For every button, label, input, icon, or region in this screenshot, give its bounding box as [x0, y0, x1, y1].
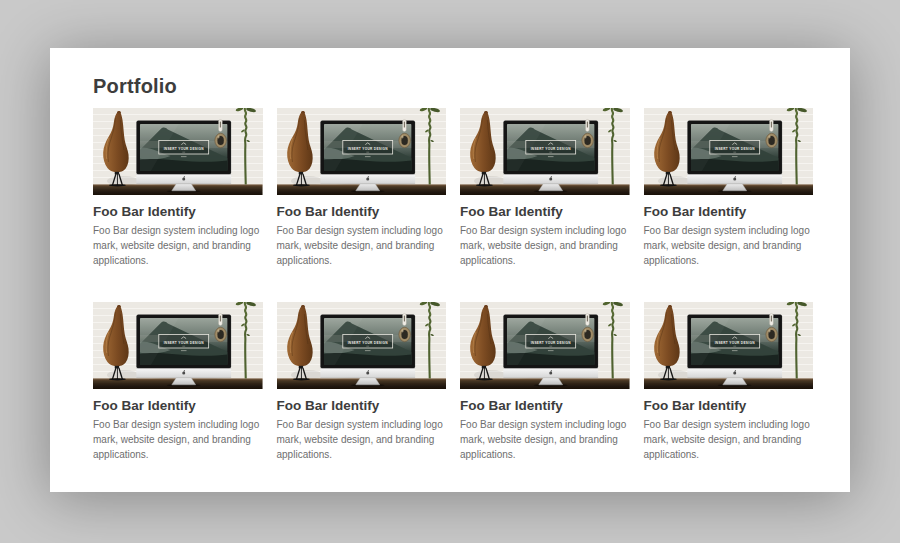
portfolio-item-title: Foo Bar Identify	[277, 203, 447, 220]
imac-computer: INSERT YOUR DESIGN	[136, 315, 231, 387]
screen-label-text: INSERT YOUR DESIGN	[531, 147, 572, 151]
imac-screen-photo: INSERT YOUR DESIGN	[140, 124, 228, 171]
screen-label-text: INSERT YOUR DESIGN	[714, 147, 755, 151]
driftwood-sculpture	[654, 305, 680, 380]
driftwood-sculpture	[287, 305, 313, 380]
bamboo-plant	[602, 302, 623, 379]
screen-label-text: INSERT YOUR DESIGN	[164, 147, 205, 151]
imac-computer: INSERT YOUR DESIGN	[320, 315, 415, 387]
imac-desk-scene-image: INSERT YOUR DESIGN	[277, 108, 447, 195]
imac-desk-scene-image: INSERT YOUR DESIGN	[460, 302, 630, 389]
driftwood-sculpture	[470, 305, 496, 380]
screen-label-text: INSERT YOUR DESIGN	[531, 341, 572, 345]
portfolio-thumbnail[interactable]: INSERT YOUR DESIGN	[644, 108, 814, 195]
bamboo-plant	[235, 108, 256, 185]
portfolio-card: INSERT YOUR DESIGN	[277, 302, 447, 462]
portfolio-card: INSERT YOUR DESIGN	[644, 302, 814, 462]
portfolio-card: INSERT YOUR DESIGN	[277, 108, 447, 268]
imac-chin	[687, 175, 782, 184]
portfolio-item-title: Foo Bar Identify	[460, 203, 630, 220]
imac-desk-scene-image: INSERT YOUR DESIGN	[277, 302, 447, 389]
imac-screen-photo: INSERT YOUR DESIGN	[140, 318, 228, 365]
portfolio-thumbnail[interactable]: INSERT YOUR DESIGN	[277, 108, 447, 195]
portfolio-thumbnail[interactable]: INSERT YOUR DESIGN	[277, 302, 447, 389]
imac-screen-photo: INSERT YOUR DESIGN	[507, 318, 595, 365]
screen-label-text: INSERT YOUR DESIGN	[714, 341, 755, 345]
portfolio-item-description: Foo Bar design system including logo mar…	[93, 417, 263, 462]
portfolio-thumbnail[interactable]: INSERT YOUR DESIGN	[93, 302, 263, 389]
imac-chin	[320, 175, 415, 184]
driftwood-sculpture	[103, 305, 129, 380]
imac-desk-scene-image: INSERT YOUR DESIGN	[93, 108, 263, 195]
imac-stand-foot	[355, 184, 379, 191]
imac-computer: INSERT YOUR DESIGN	[687, 121, 782, 193]
imac-stand-foot	[722, 378, 746, 385]
imac-computer: INSERT YOUR DESIGN	[503, 121, 598, 193]
bamboo-plant	[419, 302, 440, 379]
imac-chin	[503, 175, 598, 184]
portfolio-item-title: Foo Bar Identify	[93, 203, 263, 220]
portfolio-item-title: Foo Bar Identify	[644, 397, 814, 414]
imac-desk-scene-image: INSERT YOUR DESIGN	[93, 302, 263, 389]
screen-label-text: INSERT YOUR DESIGN	[164, 341, 205, 345]
bamboo-plant	[786, 302, 807, 379]
page-title: Portfolio	[93, 74, 813, 99]
imac-screen-photo: INSERT YOUR DESIGN	[507, 124, 595, 171]
imac-computer: INSERT YOUR DESIGN	[320, 121, 415, 193]
imac-stand-foot	[172, 184, 196, 191]
imac-desk-scene-image: INSERT YOUR DESIGN	[644, 108, 814, 195]
imac-computer: INSERT YOUR DESIGN	[687, 315, 782, 387]
imac-stand-foot	[355, 378, 379, 385]
imac-screen-photo: INSERT YOUR DESIGN	[323, 318, 411, 365]
portfolio-thumbnail[interactable]: INSERT YOUR DESIGN	[93, 108, 263, 195]
portfolio-card: INSERT YOUR DESIGN	[460, 302, 630, 462]
imac-screen-photo: INSERT YOUR DESIGN	[690, 124, 778, 171]
portfolio-thumbnail[interactable]: INSERT YOUR DESIGN	[460, 302, 630, 389]
imac-chin	[503, 369, 598, 378]
portfolio-panel: Portfolio	[50, 48, 850, 492]
portfolio-card: INSERT YOUR DESIGN	[93, 108, 263, 268]
imac-chin	[136, 175, 231, 184]
screen-label-text: INSERT YOUR DESIGN	[347, 341, 388, 345]
portfolio-item-description: Foo Bar design system including logo mar…	[277, 223, 447, 268]
portfolio-item-description: Foo Bar design system including logo mar…	[460, 223, 630, 268]
portfolio-card: INSERT YOUR DESIGN	[93, 302, 263, 462]
portfolio-item-description: Foo Bar design system including logo mar…	[460, 417, 630, 462]
portfolio-item-description: Foo Bar design system including logo mar…	[93, 223, 263, 268]
driftwood-sculpture	[103, 111, 129, 186]
portfolio-item-title: Foo Bar Identify	[460, 397, 630, 414]
imac-chin	[687, 369, 782, 378]
imac-chin	[136, 369, 231, 378]
portfolio-item-description: Foo Bar design system including logo mar…	[644, 223, 814, 268]
driftwood-sculpture	[287, 111, 313, 186]
imac-chin	[320, 369, 415, 378]
portfolio-item-title: Foo Bar Identify	[93, 397, 263, 414]
portfolio-grid: INSERT YOUR DESIGN	[93, 108, 813, 462]
imac-desk-scene-image: INSERT YOUR DESIGN	[644, 302, 814, 389]
imac-computer: INSERT YOUR DESIGN	[503, 315, 598, 387]
bamboo-plant	[786, 108, 807, 185]
portfolio-card: INSERT YOUR DESIGN	[460, 108, 630, 268]
portfolio-thumbnail[interactable]: INSERT YOUR DESIGN	[460, 108, 630, 195]
driftwood-sculpture	[470, 111, 496, 186]
page-background: Portfolio	[0, 0, 900, 543]
driftwood-sculpture	[654, 111, 680, 186]
imac-computer: INSERT YOUR DESIGN	[136, 121, 231, 193]
screen-label-text: INSERT YOUR DESIGN	[347, 147, 388, 151]
portfolio-item-title: Foo Bar Identify	[644, 203, 814, 220]
imac-stand-foot	[722, 184, 746, 191]
portfolio-item-description: Foo Bar design system including logo mar…	[644, 417, 814, 462]
portfolio-item-title: Foo Bar Identify	[277, 397, 447, 414]
imac-stand-foot	[539, 184, 563, 191]
imac-screen-photo: INSERT YOUR DESIGN	[323, 124, 411, 171]
portfolio-thumbnail[interactable]: INSERT YOUR DESIGN	[644, 302, 814, 389]
imac-stand-foot	[172, 378, 196, 385]
bamboo-plant	[235, 302, 256, 379]
portfolio-item-description: Foo Bar design system including logo mar…	[277, 417, 447, 462]
imac-stand-foot	[539, 378, 563, 385]
bamboo-plant	[602, 108, 623, 185]
imac-screen-photo: INSERT YOUR DESIGN	[690, 318, 778, 365]
imac-desk-scene-image: INSERT YOUR DESIGN	[460, 108, 630, 195]
portfolio-card: INSERT YOUR DESIGN	[644, 108, 814, 268]
bamboo-plant	[419, 108, 440, 185]
